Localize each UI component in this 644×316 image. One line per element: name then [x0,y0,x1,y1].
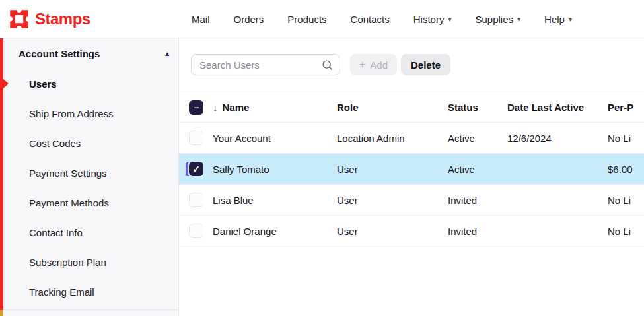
column-header-role[interactable]: Role [327,102,438,113]
cell-role: Location Admin [327,133,438,144]
search-icon [322,59,333,71]
cell-name: Sally Tomato [203,164,327,175]
nav-item-products[interactable]: Products [287,14,326,25]
sidebar-item-subscription-plan[interactable]: Subscription Plan [0,247,178,277]
table-row[interactable]: Daniel OrangeUserInvitedNo Li [179,216,644,247]
cell-status: Invited [438,195,497,206]
row-checkbox[interactable]: ✓ [189,162,203,176]
nav-item-label: Supplies [475,14,513,25]
sort-descending-icon: ↓ [213,102,218,113]
cell-name: Your Account [203,133,327,144]
sidebar-item-payment-methods[interactable]: Payment Methods [0,188,178,218]
table-row[interactable]: Your AccountLocation AdminActive12/6/202… [179,123,644,154]
cell-per-print: No Li [598,226,644,237]
main-content: + Add Delete − ↓Name Role Status Date La… [179,38,644,316]
row-checkbox-cell [179,193,203,207]
nav-item-supplies[interactable]: Supplies▾ [475,14,520,25]
brand-logo[interactable]: Stamps [9,0,90,38]
cell-date-last-active: 12/6/2024 [497,133,598,144]
column-header-name[interactable]: ↓Name [203,102,327,113]
row-checkbox-cell [179,224,203,238]
column-header-per-print[interactable]: Per-P [598,102,644,113]
users-table: − ↓Name Role Status Date Last Active Per… [179,92,644,247]
sidebar-section-title: Account Settings [18,48,100,59]
brand-name: Stamps [35,10,90,28]
nav-item-label: Orders [234,14,264,25]
nav-item-contacts[interactable]: Contacts [351,14,390,25]
sidebar-items: UsersShip From AddressCost CodesPayment … [0,69,178,307]
cell-name: Lisa Blue [203,195,327,206]
cell-status: Invited [438,226,497,237]
nav-item-label: Help [544,14,565,25]
row-checkbox[interactable] [189,224,203,238]
delete-button-label: Delete [411,59,441,71]
sidebar-item-payment-settings[interactable]: Payment Settings [0,158,178,188]
delete-button[interactable]: Delete [401,54,450,75]
table-header: − ↓Name Role Status Date Last Active Per… [179,92,644,123]
sidebar-section-account-settings[interactable]: Account Settings ▴ [0,38,178,69]
cell-per-print: $6.00 [598,164,644,175]
cell-per-print: No Li [598,195,644,206]
cell-status: Active [438,164,497,175]
cell-name: Daniel Orange [203,226,327,237]
row-checkbox-cell [179,131,203,145]
cell-role: User [327,164,438,175]
search-box [191,54,340,75]
collapse-caret-icon[interactable]: ▴ [165,50,169,57]
sidebar-item-users[interactable]: Users [0,69,178,99]
cell-status: Active [438,133,497,144]
cell-role: User [327,226,438,237]
caret-down-icon: ▾ [569,15,572,23]
nav-item-help[interactable]: Help▾ [544,14,572,25]
nav-item-history[interactable]: History▾ [413,14,452,25]
column-header-date-last-active[interactable]: Date Last Active [497,102,598,113]
table-row[interactable]: ✓Sally TomatoUserActive$6.00 [179,154,644,185]
nav-item-label: History [413,14,445,25]
stamps-logo-icon [9,9,29,29]
sidebar-item-contact-info[interactable]: Contact Info [0,218,178,247]
nav-item-label: Mail [192,14,210,25]
sidebar-item-ship-from-address[interactable]: Ship From Address [0,99,178,129]
caret-down-icon: ▾ [517,15,520,23]
select-all-checkbox[interactable]: − [189,100,203,115]
row-checkbox[interactable] [189,131,203,145]
topnav-links: MailOrdersProductsContactsHistory▾Suppli… [192,0,572,38]
plus-icon: + [359,59,365,70]
sidebar: Account Settings ▴ UsersShip From Addres… [0,38,179,316]
row-checkbox[interactable] [189,193,203,207]
select-all-cell: − [179,100,203,115]
nav-item-orders[interactable]: Orders [234,14,264,25]
cell-role: User [327,195,438,206]
page-layout: Account Settings ▴ UsersShip From Addres… [0,38,644,316]
sidebar-item-tracking-email[interactable]: Tracking Email [0,277,178,307]
table-row[interactable]: Lisa BlueUserInvitedNo Li [179,185,644,216]
column-header-name-label: Name [223,102,250,113]
caret-down-icon: ▾ [448,15,451,23]
sidebar-accent-gold [0,310,3,316]
nav-item-mail[interactable]: Mail [192,14,210,25]
cell-per-print: No Li [598,133,644,144]
column-header-status[interactable]: Status [438,102,497,113]
sidebar-item-cost-codes[interactable]: Cost Codes [0,129,178,158]
add-button-label: Add [370,59,388,71]
stamp-shape [10,10,28,28]
row-checkbox-cell: ✓ [179,162,203,176]
nav-item-label: Products [287,14,326,25]
search-input[interactable] [199,59,322,71]
account-settings-section: Account Settings ▴ UsersShip From Addres… [0,38,178,310]
active-item-marker-icon [3,79,9,88]
nav-item-label: Contacts [351,14,390,25]
table-body: Your AccountLocation AdminActive12/6/202… [179,123,644,247]
add-button[interactable]: + Add [350,54,397,75]
top-navigation-bar: Stamps MailOrdersProductsContactsHistory… [0,0,644,38]
